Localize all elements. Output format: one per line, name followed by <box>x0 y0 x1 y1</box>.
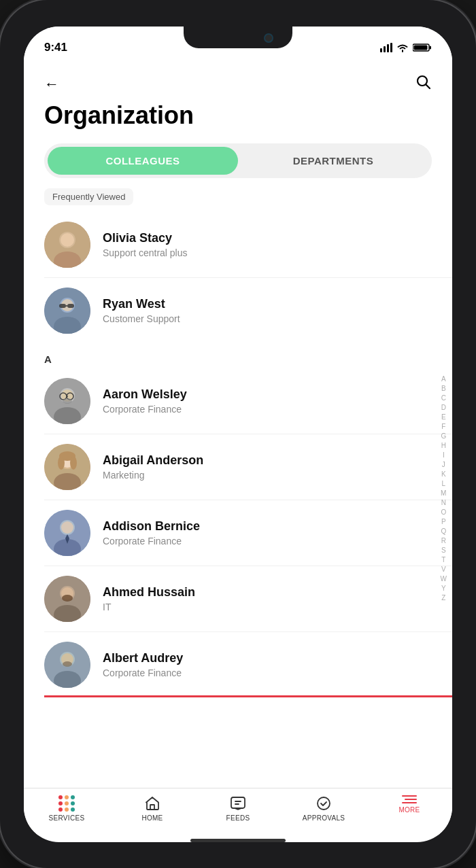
list-item[interactable]: Ryan West Customer Support <box>44 277 452 343</box>
alpha-i[interactable]: I <box>443 450 445 459</box>
camera <box>264 33 273 43</box>
alpha-d[interactable]: D <box>441 402 446 411</box>
colleague-dept: Marketing <box>103 470 203 481</box>
alpha-s[interactable]: S <box>441 545 446 554</box>
tab-pill: COLLEAGUES DEPARTMENTS <box>44 143 432 178</box>
svg-rect-17 <box>59 304 66 308</box>
alpha-p[interactable]: P <box>441 517 446 525</box>
list-item[interactable]: Olivia Stacy Support central plus <box>44 212 452 277</box>
svg-line-8 <box>426 84 430 88</box>
list-item[interactable]: Albert Audrey Corporate Finance <box>44 631 452 697</box>
tab-colleagues[interactable]: COLLEAGUES <box>48 147 238 175</box>
colleague-name: Addison Bernice <box>103 519 200 534</box>
approvals-icon <box>316 795 332 812</box>
alpha-q[interactable]: Q <box>441 526 446 535</box>
avatar <box>44 642 90 688</box>
svg-point-44 <box>62 595 73 602</box>
nav-item-more[interactable]: MORE <box>367 795 452 822</box>
nav-label-home: HOME <box>141 814 163 822</box>
search-button[interactable] <box>415 74 432 94</box>
avatar <box>44 378 90 424</box>
svg-point-27 <box>63 398 72 404</box>
frequently-viewed-section: Frequently Viewed Olivia S <box>44 188 452 343</box>
alpha-v[interactable]: V <box>441 564 446 573</box>
colleague-name: Olivia Stacy <box>103 231 188 245</box>
alpha-c[interactable]: C <box>441 393 446 402</box>
signal-icon <box>380 43 392 52</box>
alpha-h[interactable]: H <box>441 440 446 449</box>
list-item[interactable]: Aaron Welsley Corporate Finance <box>44 368 452 434</box>
alpha-m[interactable]: M <box>441 488 446 497</box>
alpha-k[interactable]: K <box>441 469 446 478</box>
avatar <box>44 510 90 556</box>
back-button[interactable]: ← <box>44 75 59 93</box>
avatar <box>44 576 90 622</box>
scroll-area[interactable]: Frequently Viewed Olivia S <box>24 188 452 788</box>
colleague-info: Ryan West Customer Support <box>103 297 180 324</box>
more-icon <box>402 795 417 803</box>
colleague-dept: Corporate Finance <box>103 667 183 678</box>
app-content: ← Organization COLLEAGUES DEPARTMENTS <box>24 60 452 842</box>
alpha-w[interactable]: W <box>441 574 447 583</box>
avatar <box>44 222 90 268</box>
colleague-info: Albert Audrey Corporate Finance <box>103 651 183 678</box>
alpha-e[interactable]: E <box>441 412 446 421</box>
nav-item-services[interactable]: SERVICES <box>24 795 109 822</box>
nav-item-approvals[interactable]: APPROVALS <box>281 795 367 822</box>
home-icon <box>144 795 160 812</box>
list-item[interactable]: Addison Bernice Corporate Finance <box>44 500 452 566</box>
svg-rect-50 <box>150 805 154 810</box>
nav-item-feeds[interactable]: FEEDS <box>195 795 281 822</box>
phone-frame: 9:41 <box>0 0 476 868</box>
red-scroll-indicator <box>44 695 452 697</box>
page-title: Organization <box>24 101 452 143</box>
svg-rect-2 <box>387 44 389 52</box>
nav-label-services: SERVICES <box>49 814 85 822</box>
nav-label-more: MORE <box>398 806 420 814</box>
alpha-t[interactable]: T <box>441 555 445 563</box>
alpha-z[interactable]: Z <box>441 593 445 602</box>
frequently-viewed-label: Frequently Viewed <box>44 188 133 205</box>
colleague-info: Aaron Welsley Corporate Finance <box>103 387 187 415</box>
alpha-y[interactable]: Y <box>441 583 446 592</box>
colleague-name: Albert Audrey <box>103 651 183 665</box>
colleague-name: Ryan West <box>103 297 180 311</box>
alpha-r[interactable]: R <box>441 536 446 544</box>
alpha-a[interactable]: A <box>441 374 446 383</box>
alpha-g[interactable]: G <box>441 431 446 440</box>
alpha-index: A B C D E F G H I J K L M N O P Q <box>441 374 447 602</box>
svg-point-33 <box>58 456 65 470</box>
colleague-name: Aaron Welsley <box>103 387 187 402</box>
svg-point-38 <box>61 521 73 534</box>
nav-label-approvals: APPROVALS <box>303 814 345 822</box>
svg-point-49 <box>63 661 72 667</box>
alpha-j[interactable]: J <box>442 459 445 468</box>
list-item[interactable]: Ahmed Hussain IT <box>44 566 452 631</box>
svg-point-52 <box>318 797 330 810</box>
phone-screen: 9:41 <box>24 27 452 842</box>
alpha-b[interactable]: B <box>441 383 446 392</box>
status-icons <box>380 43 432 52</box>
colleague-dept: Corporate Finance <box>103 536 200 546</box>
list-item[interactable]: Abigail Anderson Marketing <box>44 434 452 500</box>
colleague-dept: Customer Support <box>103 313 180 324</box>
svg-rect-6 <box>414 45 428 50</box>
nav-label-feeds: FEEDS <box>226 814 250 822</box>
alpha-n[interactable]: N <box>441 498 446 506</box>
colleague-dept: IT <box>103 602 195 612</box>
colleague-name: Ahmed Hussain <box>103 585 195 600</box>
bottom-nav: SERVICES HOME F <box>24 788 452 835</box>
svg-rect-5 <box>430 46 432 49</box>
tab-departments[interactable]: DEPARTMENTS <box>238 147 428 175</box>
avatar <box>44 288 90 334</box>
svg-point-34 <box>70 456 77 470</box>
colleague-info: Addison Bernice Corporate Finance <box>103 519 200 546</box>
svg-rect-3 <box>390 43 392 52</box>
feeds-icon <box>230 795 246 812</box>
svg-rect-18 <box>67 304 74 308</box>
alpha-o[interactable]: O <box>441 507 446 516</box>
alpha-f[interactable]: F <box>441 421 445 430</box>
nav-item-home[interactable]: HOME <box>109 795 195 822</box>
tab-bar: COLLEAGUES DEPARTMENTS <box>24 143 452 188</box>
alpha-l[interactable]: L <box>441 479 445 487</box>
